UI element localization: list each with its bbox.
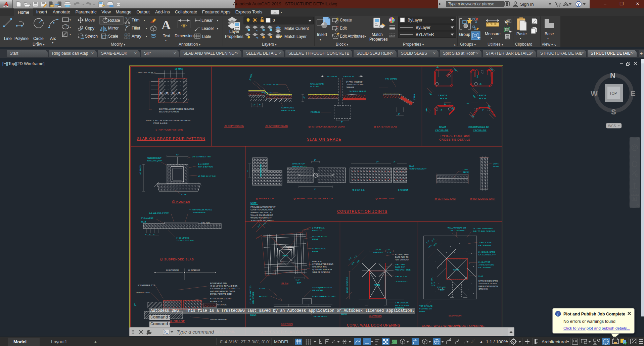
svg-text:@ SEISMIC JOINT: @ SEISMIC JOINT xyxy=(375,197,396,200)
svg-text:Stretch: Stretch xyxy=(85,34,98,39)
svg-text:INTERRUPTED: INTERRUPTED xyxy=(312,236,327,238)
svg-text:+: + xyxy=(94,339,97,345)
svg-text:AS REQ'D BY ARCH'L: AS REQ'D BY ARCH'L xyxy=(312,287,333,289)
svg-text:Scale: Scale xyxy=(108,34,118,39)
svg-text:Copy: Copy xyxy=(85,26,94,31)
svg-text:BARS TYP: BARS TYP xyxy=(395,266,405,268)
svg-text:2'-0" MIN.: 2'-0" MIN. xyxy=(431,277,433,286)
svg-text:▾: ▾ xyxy=(491,37,492,40)
svg-text:TYP.: TYP. xyxy=(351,261,355,265)
svg-text:@ RUNNER: @ RUNNER xyxy=(172,200,190,203)
svg-text:PLAN: PLAN xyxy=(281,282,288,285)
svg-text:8" MAX.: 8" MAX. xyxy=(249,73,253,81)
svg-text:SECTION: SECTION xyxy=(281,323,293,326)
svg-text:TYPICAL HOOP and: TYPICAL HOOP and xyxy=(440,134,469,138)
svg-text:EACH SIDE OF: EACH SIDE OF xyxy=(395,304,409,306)
svg-text:EACHWAY (REFER TO ELECT'L: EACHWAY (REFER TO ELECT'L xyxy=(210,288,240,290)
svg-text:Fillet: Fillet xyxy=(132,26,140,31)
svg-text:OTHERWISE: OTHERWISE xyxy=(252,292,254,304)
svg-text:DOOR OPENING: DOOR OPENING xyxy=(346,277,348,293)
svg-text:SLAB: SLAB xyxy=(181,194,186,196)
svg-text:TYP.: TYP. xyxy=(433,242,437,247)
svg-text:ELEVATION: ELEVATION xyxy=(449,314,461,317)
svg-text:INTERIOR: INTERIOR xyxy=(327,76,337,78)
svg-text:EXTERIOR: EXTERIOR xyxy=(343,76,354,78)
svg-text:▾: ▾ xyxy=(217,27,218,30)
svg-text:#3 @ 12" O.C.: #3 @ 12" O.C. xyxy=(352,189,365,191)
svg-text:2 PIECE: 2 PIECE xyxy=(477,94,486,97)
svg-text:CONC. WALL DOOR OPENING: CONC. WALL DOOR OPENING xyxy=(347,323,401,327)
svg-text:?: ? xyxy=(577,2,580,7)
svg-text:AND EACH SIDE: AND EACH SIDE xyxy=(395,269,411,271)
svg-text:OF OPENING: OF OPENING xyxy=(478,244,491,246)
svg-text:FIN. FLR.: FIN. FLR. xyxy=(201,222,210,224)
svg-text:WHERE REQ'D: WHERE REQ'D xyxy=(292,165,307,167)
svg-text:CONSTRUCTION JOINT: CONSTRUCTION JOINT xyxy=(250,209,273,211)
svg-text:TO SUIT EQUIP: TO SUIT EQUIP xyxy=(147,160,162,162)
svg-text:2–#5 AT TOP: 2–#5 AT TOP xyxy=(395,276,407,278)
svg-text:6": 6" xyxy=(153,234,155,236)
svg-text:SLAB: SLAB xyxy=(141,221,146,223)
svg-text:12": 12" xyxy=(252,104,256,106)
svg-text:ONE HALF THE: ONE HALF THE xyxy=(312,266,327,268)
svg-text:CROSS–TIE: CROSS–TIE xyxy=(435,129,449,132)
svg-text:4" TYP. UNLESS NOTED: 4" TYP. UNLESS NOTED xyxy=(189,209,213,211)
svg-text:Groups ▾: Groups ▾ xyxy=(460,42,476,47)
svg-text:#3 TIES @ 12" O.C.: #3 TIES @ 12" O.C. xyxy=(198,175,216,177)
svg-text:HOOP: HOOP xyxy=(479,97,486,100)
svg-text:6db: 6db xyxy=(472,95,476,98)
svg-text:CONTINUOUS: CONTINUOUS xyxy=(312,248,326,250)
svg-text:SLAB ON GRADE POUR PATTERN: SLAB ON GRADE POUR PATTERN xyxy=(137,137,205,141)
svg-text:4d: 4d xyxy=(440,109,442,111)
svg-text:BEAM: BEAM xyxy=(439,126,446,128)
svg-text:Draw ▾: Draw ▾ xyxy=(33,42,44,47)
svg-text:COMPACTED: COMPACTED xyxy=(281,107,294,109)
svg-text:Plot and Publish Job Complete: Plot and Publish Job Complete xyxy=(563,312,625,316)
svg-text:@ SUSPENDED SLAB: @ SUSPENDED SLAB xyxy=(160,258,194,261)
svg-text:2'-0": 2'-0" xyxy=(386,249,390,251)
svg-text:EXTEND JAMB BARS: EXTEND JAMB BARS xyxy=(473,228,493,230)
svg-text:Architectural: Architectural xyxy=(542,339,567,344)
svg-text:@ DEPRESSION: @ DEPRESSION xyxy=(224,125,244,128)
svg-text:Layers ▾: Layers ▾ xyxy=(262,42,276,47)
svg-text:EXTEND JAMB: EXTEND JAMB xyxy=(395,253,409,255)
svg-text:FOOTING: FOOTING xyxy=(311,111,320,113)
svg-text:▾: ▾ xyxy=(70,18,71,21)
svg-text:6" CHAMFER: 6" CHAMFER xyxy=(141,217,153,219)
svg-text:Dimension: Dimension xyxy=(175,34,194,38)
svg-text:MODEL: MODEL xyxy=(274,339,289,344)
svg-text:OCCURS: OCCURS xyxy=(310,86,319,88)
svg-text:FOOTING OR: FOOTING OR xyxy=(419,308,432,310)
svg-text:ByLayer: ByLayer xyxy=(416,25,430,30)
svg-text:▾: ▾ xyxy=(165,39,167,42)
svg-text:Properties ▾: Properties ▾ xyxy=(403,42,424,47)
svg-text:①: ① xyxy=(159,91,163,95)
svg-text:①: ① xyxy=(172,91,175,95)
svg-text:0'-4 3/16", 27'-7 3/8", 0'-0": 0'-4 3/16", 27'-7 3/8", 0'-0" xyxy=(220,339,270,344)
svg-text:N: N xyxy=(610,71,615,80)
svg-text:OF OPENING: OF OPENING xyxy=(395,281,408,283)
svg-text:TOP OF SLAB: TOP OF SLAB xyxy=(419,305,432,307)
svg-text:OPENING: OPENING xyxy=(373,251,383,253)
svg-text:SIDE OF OPENING: SIDE OF OPENING xyxy=(312,271,330,273)
svg-text:HOOP: HOOP xyxy=(440,97,447,100)
svg-text:2": 2" xyxy=(314,159,316,161)
svg-text:REINF.: REINF. xyxy=(312,250,319,252)
svg-text:No errors or warnings found: No errors or warnings found xyxy=(563,319,615,324)
svg-text:W: W xyxy=(591,89,598,98)
svg-text:2": 2" xyxy=(394,161,395,163)
svg-text:▲: ▲ xyxy=(479,339,484,344)
svg-text:CONSTRUCTION JOINTS: CONSTRUCTION JOINTS xyxy=(337,209,387,213)
svg-text:12": 12" xyxy=(176,154,179,156)
svg-text:db: db xyxy=(444,103,446,105)
svg-text:2–#5 EA. SIDE: 2–#5 EA. SIDE xyxy=(478,242,492,244)
svg-text:ELEVATION: ELEVATION xyxy=(369,315,381,317)
svg-text:2'-0": 2'-0" xyxy=(295,279,300,282)
svg-text:Layer: Layer xyxy=(229,29,239,34)
svg-text:Paste: Paste xyxy=(516,32,527,36)
svg-text:@ WATER STOP: @ WATER STOP xyxy=(256,197,274,200)
svg-text:PROVIDE WATERSTOP AT: PROVIDE WATERSTOP AT xyxy=(250,206,276,208)
svg-text:COLUMN/WALL BE: COLUMN/WALL BE xyxy=(468,126,489,128)
svg-text:CONSTRUCTION JT.: CONSTRUCTION JT. xyxy=(137,71,156,73)
svg-text:TOP: TOP xyxy=(609,91,617,95)
